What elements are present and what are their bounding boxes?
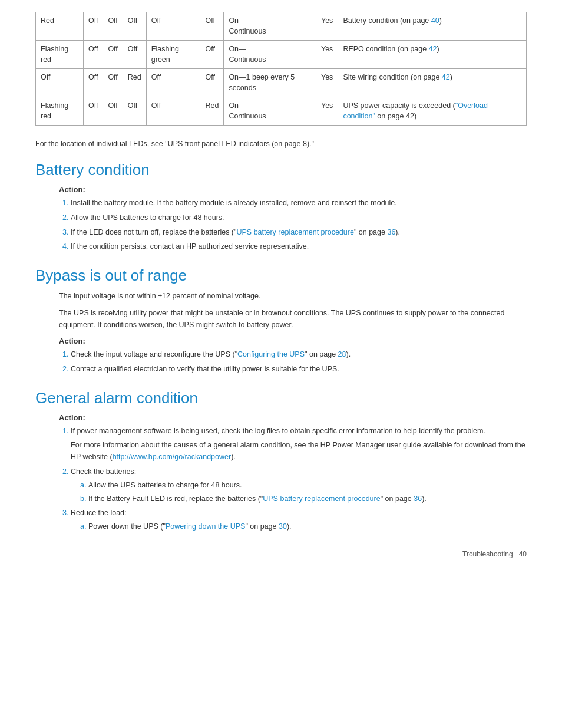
cell-col4: Red bbox=[123, 69, 146, 97]
cell-battery-led: Flashing red bbox=[36, 97, 84, 126]
led-note: For the location of individual LEDs, see… bbox=[35, 140, 527, 148]
general-alarm-step-2: Check the batteries: Allow the UPS batte… bbox=[71, 466, 527, 504]
cell-col2: Off bbox=[83, 41, 103, 69]
cell-col2: Off bbox=[83, 12, 103, 41]
cell-col7: On—Continuous bbox=[224, 97, 316, 126]
general-alarm-action-label: Action: bbox=[59, 413, 527, 422]
link-powering-down-ups[interactable]: Powering down the UPS bbox=[166, 522, 246, 531]
link-page30[interactable]: 30 bbox=[279, 522, 287, 531]
link-page36b[interactable]: 36 bbox=[414, 495, 422, 503]
battery-step-2: Allow the UPS batteries to charge for 48… bbox=[71, 212, 527, 223]
general-alarm-step-1: If power management software is being us… bbox=[71, 426, 527, 463]
cell-col6: Off bbox=[200, 12, 224, 41]
cell-col4: Off bbox=[123, 41, 146, 69]
cell-col9: UPS power capacity is exceeded ("Overloa… bbox=[338, 97, 527, 126]
cell-col2: Off bbox=[83, 97, 103, 126]
link-overload[interactable]: "Overload condition" bbox=[343, 101, 488, 120]
link-ups-battery-replacement-1[interactable]: UPS battery replacement procedure bbox=[236, 228, 353, 236]
cell-col2: Off bbox=[83, 69, 103, 97]
general-alarm-title: General alarm condition bbox=[35, 389, 527, 407]
cell-col8: Yes bbox=[316, 12, 338, 41]
cell-col6: Red bbox=[200, 97, 224, 126]
bypass-section: Bypass is out of range The input voltage… bbox=[35, 266, 527, 375]
battery-condition-section: Battery condition Action: Install the ba… bbox=[35, 161, 527, 252]
cell-col8: Yes bbox=[316, 69, 338, 97]
cell-col5: Flashing green bbox=[146, 41, 200, 69]
cell-col7: On—1 beep every 5 seconds bbox=[224, 69, 316, 97]
cell-col4: Off bbox=[123, 12, 146, 41]
bypass-para1: The input voltage is not within ±12 perc… bbox=[59, 291, 527, 302]
link-page36a[interactable]: 36 bbox=[387, 228, 395, 236]
general-alarm-step3a: Power down the UPS ("Powering down the U… bbox=[88, 521, 527, 532]
general-alarm-step3-substeps: Power down the UPS ("Powering down the U… bbox=[88, 521, 527, 532]
cell-col9: Site wiring condition (on page 42) bbox=[338, 69, 527, 97]
status-table: Red Off Off Off Off Off On—Continuous Ye… bbox=[35, 12, 527, 126]
table-row: Flashing red Off Off Off Off Red On—Cont… bbox=[36, 97, 527, 126]
bypass-step-2: Contact a qualified electrician to verif… bbox=[71, 364, 527, 375]
battery-step-1: Install the battery module. If the batte… bbox=[71, 197, 527, 209]
link-page42b[interactable]: 42 bbox=[442, 73, 450, 81]
cell-col4: Off bbox=[123, 97, 146, 126]
bypass-para2: The UPS is receiving utility power that … bbox=[59, 308, 527, 331]
battery-steps-list: Install the battery module. If the batte… bbox=[71, 197, 527, 252]
bypass-title: Bypass is out of range bbox=[35, 266, 527, 285]
table-row: Red Off Off Off Off Off On—Continuous Ye… bbox=[36, 12, 527, 41]
link-hp-rackandpower[interactable]: http://www.hp.com/go/rackandpower bbox=[113, 453, 232, 461]
general-alarm-steps-list: If power management software is being us… bbox=[71, 426, 527, 532]
battery-step-4: If the condition persists, contact an HP… bbox=[71, 241, 527, 252]
cell-battery-led: Off bbox=[36, 69, 84, 97]
cell-col9: REPO condition (on page 42) bbox=[338, 41, 527, 69]
cell-battery-led: Flashing red bbox=[36, 41, 84, 69]
footer-label: Troubleshooting bbox=[462, 550, 513, 558]
link-configuring-ups[interactable]: Configuring the UPS bbox=[237, 350, 305, 358]
cell-battery-led: Red bbox=[36, 12, 84, 41]
cell-col8: Yes bbox=[316, 97, 338, 126]
cell-col8: Yes bbox=[316, 41, 338, 69]
footer: Troubleshooting 40 bbox=[35, 550, 527, 558]
cell-col7: On—Continuous bbox=[224, 41, 316, 69]
cell-col6: Off bbox=[200, 41, 224, 69]
cell-col3: Off bbox=[103, 69, 123, 97]
table-row: Off Off Off Red Off Off On—1 beep every … bbox=[36, 69, 527, 97]
general-alarm-step-3: Reduce the load: Power down the UPS ("Po… bbox=[71, 508, 527, 532]
footer-page: 40 bbox=[519, 550, 527, 558]
cell-col5: Off bbox=[146, 12, 200, 41]
bypass-steps-list: Check the input voltage and reconfigure … bbox=[71, 349, 527, 375]
cell-col3: Off bbox=[103, 12, 123, 41]
bypass-step-1: Check the input voltage and reconfigure … bbox=[71, 349, 527, 360]
general-alarm-step1-para: For more information about the causes of… bbox=[71, 440, 527, 463]
cell-col7: On—Continuous bbox=[224, 12, 316, 41]
general-alarm-step2b: If the Battery Fault LED is red, replace… bbox=[88, 493, 527, 505]
cell-col9: Battery condition (on page 40) bbox=[338, 12, 527, 41]
cell-col6: Off bbox=[200, 69, 224, 97]
cell-col3: Off bbox=[103, 97, 123, 126]
link-page28[interactable]: 28 bbox=[338, 350, 346, 358]
general-alarm-step2a: Allow the UPS batteries to charge for 48… bbox=[88, 480, 527, 491]
bypass-action-label: Action: bbox=[59, 337, 527, 345]
battery-condition-title: Battery condition bbox=[35, 161, 527, 179]
link-ups-battery-replacement-2[interactable]: UPS battery replacement procedure bbox=[263, 495, 380, 503]
battery-step-3: If the LED does not turn off, replace th… bbox=[71, 227, 527, 238]
cell-col5: Off bbox=[146, 97, 200, 126]
table-row: Flashing red Off Off Off Flashing green … bbox=[36, 41, 527, 69]
link-page40[interactable]: 40 bbox=[431, 17, 439, 25]
link-page42a[interactable]: 42 bbox=[429, 45, 437, 53]
cell-col5: Off bbox=[146, 69, 200, 97]
cell-col3: Off bbox=[103, 41, 123, 69]
general-alarm-section: General alarm condition Action: If power… bbox=[35, 389, 527, 532]
general-alarm-step2-substeps: Allow the UPS batteries to charge for 48… bbox=[88, 480, 527, 505]
battery-action-label: Action: bbox=[59, 185, 527, 194]
